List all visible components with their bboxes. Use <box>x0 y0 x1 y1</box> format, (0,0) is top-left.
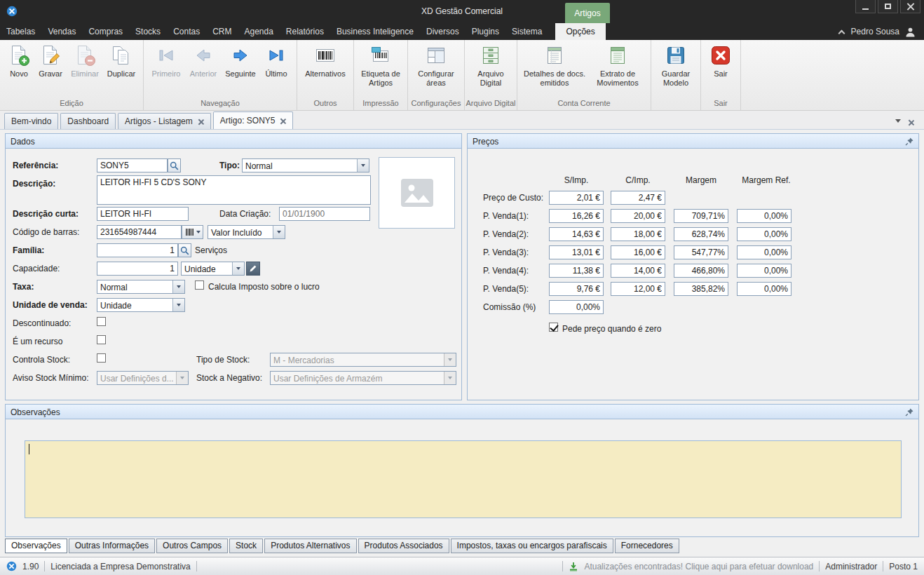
observacoes-textarea[interactable] <box>25 440 902 518</box>
menu-sistema[interactable]: Sistema <box>505 23 548 40</box>
capacidade-input[interactable] <box>97 262 178 276</box>
user-name[interactable]: Pedro Sousa <box>851 27 899 36</box>
descricao-curta-input[interactable] <box>97 207 189 221</box>
chevron-down-icon[interactable] <box>172 299 184 311</box>
sair-button[interactable]: Sair <box>705 42 737 81</box>
context-tab-artigos[interactable]: Artigos <box>565 3 610 23</box>
pin-icon[interactable] <box>905 137 914 148</box>
alternativos-button[interactable]: Alternativos <box>301 42 350 81</box>
tab-list-chevron-icon[interactable] <box>895 119 901 123</box>
tab-dashboard[interactable]: Dashboard <box>60 113 116 129</box>
menu-agenda[interactable]: Agenda <box>238 23 279 40</box>
tab-artigo-sony5[interactable]: Artigo: SONY5 <box>213 111 294 129</box>
novo-button[interactable]: Novo <box>4 42 34 81</box>
pvenda5-simp-input[interactable] <box>549 282 604 296</box>
pvenda5-margem-input[interactable] <box>674 282 728 296</box>
menu-contas[interactable]: Contas <box>167 23 206 40</box>
pvenda1-margem-ref-input[interactable] <box>737 209 791 223</box>
close-tab-icon[interactable] <box>280 118 286 124</box>
minimize-button[interactable] <box>855 0 876 13</box>
close-button[interactable] <box>900 0 920 13</box>
pvenda2-margem-input[interactable] <box>674 227 728 241</box>
maximize-button[interactable] <box>878 0 898 13</box>
etiqueta-artigos-button[interactable]: Etiqueta de Artigos <box>358 42 404 90</box>
tab-impostos-taxas[interactable]: Impostos, taxas ou encargos parafiscais <box>451 539 613 553</box>
tipo-select[interactable]: Normal <box>242 158 369 172</box>
pvenda2-simp-input[interactable] <box>549 227 604 241</box>
codigo-barras-input[interactable] <box>97 225 182 239</box>
guardar-modelo-button[interactable]: Guardar Modelo <box>655 42 697 90</box>
pede-preco-checkbox[interactable] <box>549 323 558 332</box>
extrato-movimentos-button[interactable]: Extrato de Movimentos <box>588 42 647 90</box>
chevron-down-icon[interactable] <box>232 262 244 275</box>
controla-stock-checkbox[interactable] <box>97 353 106 363</box>
pvenda4-margem-input[interactable] <box>674 264 728 278</box>
pvenda1-simp-input[interactable] <box>549 209 604 223</box>
pvenda5-margem-ref-input[interactable] <box>737 282 791 296</box>
familia-search-button[interactable] <box>178 243 191 257</box>
pvenda3-cimp-input[interactable] <box>611 245 665 259</box>
arquivo-digital-button[interactable]: Arquivo Digital <box>468 42 513 90</box>
pvenda3-margem-ref-input[interactable] <box>737 245 791 259</box>
tab-outras-informacoes[interactable]: Outras Informações <box>69 539 155 553</box>
preco-custo-simp-input[interactable] <box>549 191 604 205</box>
referencia-input[interactable] <box>97 158 168 172</box>
ultimo-button[interactable]: Último <box>259 42 293 81</box>
referencia-search-button[interactable] <box>168 158 181 172</box>
menu-compras[interactable]: Compras <box>82 23 129 40</box>
data-criacao-input[interactable] <box>279 207 370 221</box>
anterior-button[interactable]: Anterior <box>185 42 222 81</box>
tab-produtos-associados[interactable]: Produtos Associados <box>358 539 449 553</box>
close-tab-icon[interactable] <box>198 119 204 125</box>
user-icon[interactable] <box>905 27 916 37</box>
tab-fornecedores[interactable]: Fornecedores <box>615 539 679 553</box>
detalhes-docs-emitidos-button[interactable]: Detalhes de docs. emitidos <box>521 42 588 90</box>
chevron-down-icon[interactable] <box>357 159 369 172</box>
capacidade-unidade-select[interactable]: Unidade <box>181 262 245 276</box>
menu-relatorios[interactable]: Relatórios <box>280 23 330 40</box>
pvenda1-margem-input[interactable] <box>674 209 728 223</box>
valor-incluido-select[interactable]: Valor Incluído <box>208 225 285 239</box>
close-active-tab-icon[interactable] <box>908 119 914 126</box>
menu-business-inteligence[interactable]: Business Inteligence <box>330 23 420 40</box>
tab-stock[interactable]: Stock <box>229 539 263 553</box>
tab-bem-vindo[interactable]: Bem-vindo <box>4 113 58 129</box>
tab-observacoes[interactable]: Observações <box>5 539 67 553</box>
comissao-input[interactable] <box>549 300 604 314</box>
pvenda4-cimp-input[interactable] <box>611 264 665 278</box>
tab-artigos-listagem[interactable]: Artigos - Listagem <box>118 113 211 129</box>
menu-plugins[interactable]: Plugins <box>466 23 505 40</box>
tab-produtos-alternativos[interactable]: Produtos Alternativos <box>264 539 356 553</box>
pvenda5-cimp-input[interactable] <box>611 282 665 296</box>
descontinuado-checkbox[interactable] <box>97 317 106 326</box>
pvenda1-cimp-input[interactable] <box>611 209 665 223</box>
chevron-down-icon[interactable] <box>273 226 285 238</box>
menu-vendas[interactable]: Vendas <box>41 23 82 40</box>
preco-custo-cimp-input[interactable] <box>611 191 665 205</box>
gravar-button[interactable]: Gravar <box>34 42 67 81</box>
pin-icon[interactable] <box>905 407 914 419</box>
pvenda4-margem-ref-input[interactable] <box>737 264 791 278</box>
collapse-ribbon-chevron-icon[interactable] <box>838 29 845 36</box>
unidade-venda-select[interactable]: Unidade <box>97 298 185 312</box>
menu-tabelas[interactable]: Tabelas <box>0 23 41 40</box>
tab-opcoes[interactable]: Opções <box>555 23 605 40</box>
descricao-textarea[interactable]: LEITOR HI-FI 5 CD'S SONY <box>97 175 371 205</box>
menu-stocks[interactable]: Stocks <box>129 23 167 40</box>
eliminar-button[interactable]: Eliminar <box>67 42 103 81</box>
pvenda3-simp-input[interactable] <box>549 245 604 259</box>
codigo-barras-dropdown-button[interactable] <box>182 225 203 239</box>
primeiro-button[interactable]: Primeiro <box>147 42 185 81</box>
seguinte-button[interactable]: Seguinte <box>222 42 259 81</box>
update-notice[interactable]: Atualizações encontradas! Clique aqui pa… <box>584 562 813 571</box>
menu-crm[interactable]: CRM <box>206 23 238 40</box>
pvenda4-simp-input[interactable] <box>549 264 604 278</box>
taxa-select[interactable]: Normal <box>97 280 185 294</box>
chevron-down-icon[interactable] <box>172 280 184 293</box>
pvenda2-cimp-input[interactable] <box>611 227 665 241</box>
familia-input[interactable] <box>97 243 178 257</box>
pvenda2-margem-ref-input[interactable] <box>737 227 791 241</box>
tab-outros-campos[interactable]: Outros Campos <box>156 539 228 553</box>
pvenda3-margem-input[interactable] <box>674 245 728 259</box>
recurso-checkbox[interactable] <box>97 335 106 344</box>
